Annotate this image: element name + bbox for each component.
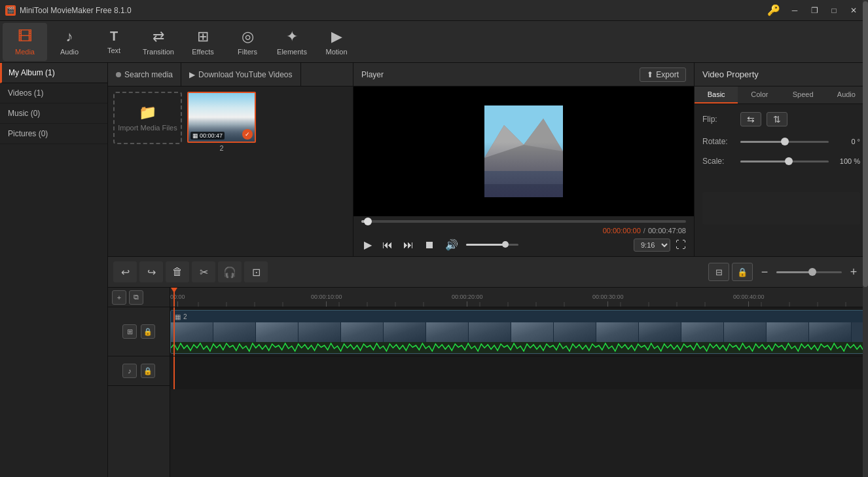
undo-button[interactable]: ↩ [113, 261, 137, 282]
aspect-ratio-select[interactable]: 9:16 16:9 4:3 1:1 [634, 238, 670, 252]
volume-button[interactable]: 🔊 [443, 237, 461, 252]
folder-icon: 📁 [139, 104, 156, 121]
export-icon: ⬆ [647, 70, 653, 79]
frame-15 [767, 322, 809, 342]
search-media-tab[interactable]: Search media [108, 63, 181, 86]
toolbar: 🎞 Media ♪ Audio T Text ⇄ Transition ⊞ Ef… [0, 21, 868, 63]
media-icon: 🎞 [18, 28, 32, 45]
zoom-in-button[interactable]: + [844, 263, 863, 281]
properties-header: Video Property [695, 63, 868, 86]
volume-handle[interactable] [502, 241, 509, 248]
redo-button[interactable]: ↪ [139, 261, 163, 282]
toolbar-motion[interactable]: ▶ Motion [314, 23, 359, 61]
tab-speed[interactable]: Speed [782, 86, 825, 104]
svg-rect-5 [484, 184, 563, 197]
copy-track-button[interactable]: ⧉ [129, 290, 143, 305]
timeline-handle[interactable] [364, 218, 372, 225]
timeline-content: 00:00 00:00:10:00 00:00:20:00 [170, 288, 868, 477]
headphones-button[interactable]: 🎧 [218, 261, 242, 282]
flip-vertical-button[interactable]: ⇅ [767, 112, 787, 126]
toolbar-filters[interactable]: ◎ Filters [225, 23, 270, 61]
effects-label: Effects [192, 48, 213, 56]
waveform-svg [171, 342, 868, 354]
delete-button[interactable]: 🗑 [166, 261, 189, 282]
next-button[interactable]: ⏭ [401, 238, 416, 252]
scale-slider[interactable] [740, 161, 829, 162]
timeline-scrollbar[interactable] [863, 288, 868, 477]
audio-track-lock[interactable]: 🔒 [141, 364, 155, 378]
lock-track-btn[interactable]: 🔒 [732, 263, 753, 281]
properties-panel: Video Property Basic Color Speed Audio F… [695, 63, 868, 256]
video-track-lock[interactable]: 🔒 [141, 324, 155, 339]
cut-button[interactable]: ✂ [192, 261, 215, 282]
control-row: ▶ ⏮ ⏭ ⏹ 🔊 9:16 16 [361, 237, 686, 252]
scale-label: Scale: [702, 157, 735, 166]
svg-rect-4 [484, 171, 563, 197]
transition-label: Transition [143, 48, 174, 56]
zoom-out-button[interactable]: − [755, 263, 774, 281]
close-button[interactable]: ✕ [844, 4, 863, 17]
player-timeline[interactable] [361, 220, 686, 223]
clip-thumbnail[interactable]: ▦ 00:00:47 ✓ [187, 92, 256, 143]
clip-film-icon: ▦ [175, 313, 181, 320]
zoom-handle[interactable] [808, 268, 816, 276]
time-sep: / [643, 227, 645, 235]
restore-button[interactable]: ❐ [805, 4, 823, 17]
download-youtube-tab[interactable]: ▶ Download YouTube Videos [181, 63, 300, 86]
audio-track [170, 356, 868, 389]
album-header[interactable]: My Album (1) [0, 63, 107, 83]
split-track-btn[interactable]: ⊟ [708, 263, 729, 281]
video-track-controls: ⊞ 🔒 [108, 307, 170, 356]
video-track-add[interactable]: ⊞ [122, 324, 137, 339]
toolbar-text[interactable]: T Text [92, 23, 136, 61]
flip-horizontal-button[interactable]: ⇆ [740, 112, 761, 126]
minimize-button[interactable]: ─ [786, 4, 804, 17]
text-icon: T [110, 29, 118, 44]
tab-basic[interactable]: Basic [695, 86, 738, 104]
toolbar-media[interactable]: 🎞 Media [3, 23, 47, 61]
clip-label: 2 [219, 144, 223, 152]
audio-label: Audio [60, 48, 79, 56]
toolbar-effects[interactable]: ⊞ Effects [181, 23, 225, 61]
import-media-box[interactable]: 📁 Import Media Files [113, 92, 182, 144]
scale-row: Scale: 100 % [702, 157, 860, 166]
content-area: My Album (1) Videos (1) Music (0) Pictur… [0, 63, 868, 477]
volume-bar[interactable] [466, 244, 518, 246]
toolbar-audio[interactable]: ♪ Audio [47, 23, 92, 61]
left-panel: My Album (1) Videos (1) Music (0) Pictur… [0, 63, 108, 477]
playhead[interactable] [173, 288, 175, 307]
toolbar-transition[interactable]: ⇄ Transition [136, 23, 181, 61]
clip-header: ▦ 2 [171, 311, 868, 322]
app-icon: 🎬 [5, 5, 16, 16]
timeline-ruler: 00:00 00:00:10:00 00:00:20:00 [170, 288, 868, 307]
media-content: 📁 Import Media Files ▦ 00:00:47 ✓ [108, 86, 353, 256]
export-button[interactable]: ⬆ Export [640, 67, 686, 82]
stop-button[interactable]: ⏹ [422, 238, 437, 252]
media-panel: Search media ▶ Download YouTube Videos 📁… [108, 63, 353, 256]
album-item-music[interactable]: Music (0) [0, 104, 107, 124]
text-label: Text [107, 47, 120, 54]
album-item-videos[interactable]: Videos (1) [0, 83, 107, 104]
frame-5 [341, 322, 384, 342]
tab-audio[interactable]: Audio [825, 86, 868, 104]
add-track-button[interactable]: + [112, 290, 126, 305]
zoom-slider[interactable] [776, 271, 842, 273]
crop-button[interactable]: ⊡ [244, 261, 268, 282]
audio-track-icon[interactable]: ♪ [122, 364, 137, 378]
album-item-pictures[interactable]: Pictures (0) [0, 124, 107, 144]
prev-button[interactable]: ⏮ [380, 238, 395, 252]
properties-tabs: Basic Color Speed Audio [695, 86, 868, 104]
frame-10 [554, 322, 596, 342]
maximize-button[interactable]: □ [825, 4, 843, 17]
play-button[interactable]: ▶ [361, 237, 374, 252]
youtube-icon: ▶ [189, 70, 195, 79]
rotate-handle[interactable] [781, 138, 789, 145]
fullscreen-button[interactable]: ⛶ [676, 239, 686, 251]
svg-rect-29 [171, 342, 868, 354]
rotate-slider[interactable] [740, 141, 829, 143]
clip-frames [171, 322, 868, 342]
scale-handle[interactable] [785, 157, 793, 165]
video-clip[interactable]: ▦ 2 [170, 310, 868, 354]
toolbar-elements[interactable]: ✦ Elements [270, 23, 314, 61]
tab-color[interactable]: Color [738, 86, 781, 104]
